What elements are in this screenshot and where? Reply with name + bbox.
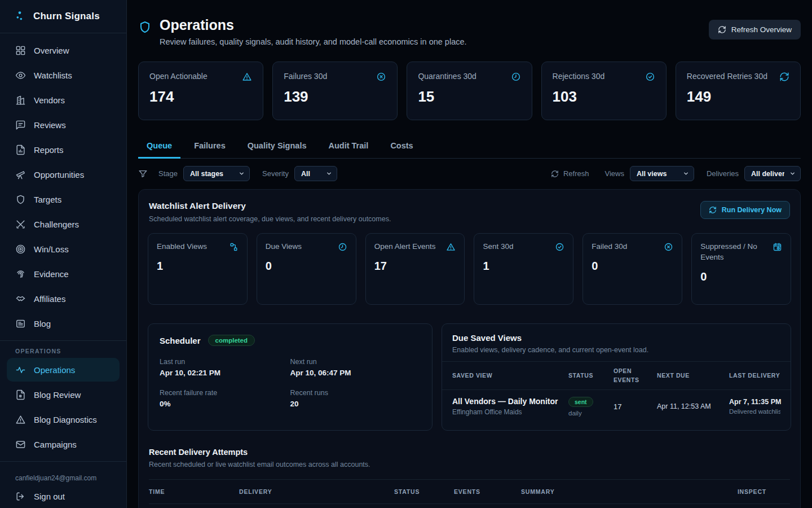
refresh-link[interactable]: Refresh [551, 169, 589, 178]
deliveries-select[interactable]: All deliveries [744, 166, 801, 181]
column-header: SAVED VIEW [452, 371, 568, 380]
sidebar-item-campaigns[interactable]: Campaigns [0, 432, 126, 457]
column-header: INSPECT [736, 488, 790, 495]
field-value: Apr 10, 02:21 PM [160, 369, 290, 377]
sidebar-item-overview[interactable]: Overview [0, 38, 126, 63]
stats-row: Open Actionable 174 Failures 30d 139 Qua… [138, 62, 801, 120]
tab-queue[interactable]: Queue [138, 135, 180, 159]
sidebar-item-reports[interactable]: Reports [0, 137, 126, 162]
sidebar-item-targets[interactable]: Targets [0, 187, 126, 212]
scheduler-status-badge: completed [208, 335, 255, 346]
page-header: Operations Review failures, quality sign… [138, 0, 801, 46]
page-title: Operations [160, 17, 467, 33]
chat-lines-icon [15, 120, 26, 130]
deliveries-select-wrap: All deliveries [744, 166, 801, 181]
stat-value: 103 [553, 88, 655, 106]
sidebar-item-blog-review[interactable]: Blog Review [0, 382, 126, 407]
open-events-cell: 17 [614, 402, 657, 411]
filter-funnel-icon [138, 169, 148, 178]
sign-out-button[interactable]: Sign out [0, 484, 126, 508]
sidebar-item-label: Reviews [34, 120, 66, 130]
sidebar-item-challengers[interactable]: Challengers [0, 212, 126, 237]
mail-icon [15, 439, 26, 450]
column-header: TIME [149, 488, 239, 495]
column-header: STATUS [568, 371, 614, 380]
column-header: STATUS [394, 488, 454, 495]
mini-value: 1 [483, 260, 564, 273]
sidebar-item-watchlists[interactable]: Watchlists [0, 63, 126, 87]
activity-icon [15, 365, 26, 375]
sidebar-item-label: Watchlists [34, 71, 72, 80]
mini-label: Due Views [266, 242, 302, 252]
nodes-icon [229, 242, 239, 252]
views-select-wrap: All views [630, 166, 694, 181]
sidebar-item-opportunities[interactable]: Opportunities [0, 162, 126, 187]
field-label: Recent runs [290, 389, 421, 397]
tab-audit-trail[interactable]: Audit Trail [320, 135, 377, 159]
due-views-title: Due Saved Views [452, 333, 780, 343]
run-delivery-now-button[interactable]: Run Delivery Now [700, 201, 790, 219]
sidebar-item-blog-diagnostics[interactable]: Blog Diagnostics [0, 407, 126, 432]
saved-view-account: Effingham Office Maids [452, 408, 568, 416]
severity-select[interactable]: All [294, 166, 337, 181]
run-delivery-label: Run Delivery Now [722, 206, 782, 214]
due-views-header-row: SAVED VIEW STATUS OPEN EVENTS NEXT DUE L… [442, 362, 791, 390]
stat-label: Quarantines 30d [418, 72, 476, 81]
tab-failures[interactable]: Failures [186, 135, 234, 159]
refresh-overview-button[interactable]: Refresh Overview [709, 20, 801, 40]
mini-card-failed-30d: Failed 30d 0 [582, 233, 682, 305]
field-value: 0% [160, 400, 290, 408]
sidebar-item-vendors[interactable]: Vendors [0, 87, 126, 112]
mini-card-open-alert-events: Open Alert Events 17 [365, 233, 465, 305]
sidebar-item-label: Evidence [34, 269, 69, 279]
panel-subtitle: Scheduled watchlist alert coverage, due … [149, 215, 391, 223]
sidebar-item-reviews[interactable]: Reviews [0, 112, 126, 137]
fingerprint-icon [15, 269, 26, 279]
column-header: NEXT DUE [657, 371, 729, 380]
stage-select[interactable]: All stages [183, 166, 250, 181]
table-row[interactable]: All Vendors — Daily Monitor Effingham Of… [442, 390, 791, 423]
severity-filter-label: Severity [262, 169, 289, 178]
stat-card-recovered-retries: Recovered Retries 30d 149 [676, 62, 801, 120]
refresh-icon [718, 25, 726, 34]
app-title: Churn Signals [33, 11, 100, 22]
sidebar-item-label: Vendors [34, 95, 65, 105]
sidebar-item-operations[interactable]: Operations [7, 358, 120, 382]
field-label: Next run [290, 358, 421, 366]
attempts-subtitle: Recent scheduled or live watchlist email… [149, 461, 790, 468]
sidebar-divider [0, 461, 126, 462]
panel-title: Watchlist Alert Delivery [149, 201, 391, 211]
sidebar-item-winloss[interactable]: Win/Loss [0, 237, 126, 261]
mini-label: Open Alert Events [374, 242, 436, 252]
views-select[interactable]: All views [630, 166, 694, 181]
x-circle-icon [376, 72, 386, 82]
check-circle-icon [555, 242, 564, 252]
stat-card-failures: Failures 30d 139 [272, 62, 398, 120]
sidebar-nav: Overview Watchlists Vendors Reviews Repo… [0, 33, 126, 508]
x-circle-icon [664, 242, 673, 252]
newspaper-icon [15, 318, 26, 329]
column-header: EVENTS [454, 488, 521, 495]
building-icon [15, 95, 26, 106]
mini-card-enabled-views: Enabled Views 1 [148, 233, 248, 305]
saved-view-name: All Vendors — Daily Monitor [452, 397, 568, 406]
stat-value: 174 [149, 88, 252, 106]
sidebar-item-evidence[interactable]: Evidence [0, 261, 126, 286]
telescope-icon [15, 169, 26, 180]
cadence-label: daily [568, 410, 614, 417]
sidebar-item-affiliates[interactable]: Affiliates [0, 286, 126, 311]
shield-icon [138, 20, 152, 46]
eye-icon [15, 70, 26, 81]
sidebar-item-blog[interactable]: Blog [0, 311, 126, 336]
tab-costs[interactable]: Costs [382, 135, 421, 159]
file-chart-icon [15, 144, 26, 155]
mini-value: 17 [374, 260, 456, 273]
check-circle-icon [645, 72, 655, 82]
calendar-clock-icon [773, 242, 782, 263]
field-label: Recent failure rate [160, 389, 290, 397]
sidebar-item-label: Targets [34, 195, 61, 204]
stat-value: 15 [418, 88, 520, 106]
swords-icon [15, 219, 26, 230]
field-value: 20 [290, 400, 421, 408]
tab-quality-signals[interactable]: Quality Signals [239, 135, 315, 159]
